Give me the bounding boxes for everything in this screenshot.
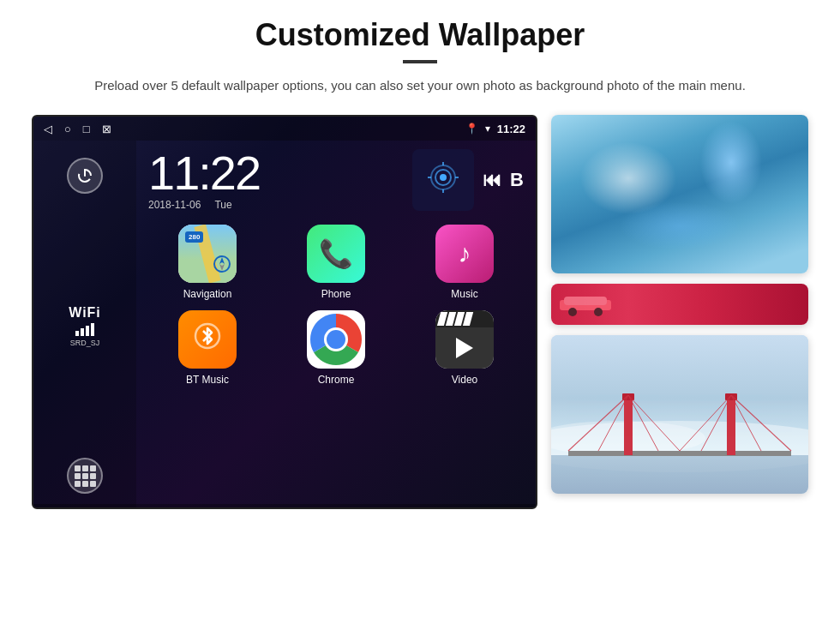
signal-icon	[426, 160, 460, 201]
play-triangle-icon	[456, 338, 473, 358]
page-title: Customized Wallpaper	[255, 17, 585, 53]
nav-map-bg: 280	[178, 225, 237, 283]
android-screen: ◁ ○ □ ⊠ 📍 ▾ 11:22	[32, 115, 537, 509]
svg-rect-17	[564, 297, 607, 305]
wifi-ssid: SRD_SJ	[70, 339, 100, 347]
music-icon: ♪	[459, 239, 471, 268]
clock-date: 2018-11-06 Tue	[148, 199, 232, 211]
svg-rect-25	[624, 395, 633, 455]
recent-icon[interactable]: □	[83, 123, 90, 135]
apps-grid-icon	[75, 465, 96, 487]
app-video[interactable]: Video	[405, 310, 524, 386]
wallpaper-thumbnails	[551, 115, 808, 494]
wifi-info: WiFi SRD_SJ	[69, 305, 101, 347]
app-navigation[interactable]: 280 N	[148, 225, 267, 300]
svg-point-4	[440, 174, 447, 181]
bt-icon-bg	[178, 310, 237, 369]
app-grid: 280 N	[148, 225, 524, 386]
chrome-label: Chrome	[318, 374, 355, 386]
video-label: Video	[452, 374, 477, 386]
grid-dot	[75, 481, 81, 487]
grid-dot	[82, 481, 88, 487]
car-wallpaper-image	[551, 284, 808, 325]
phone-label: Phone	[321, 288, 351, 300]
svg-point-15	[327, 330, 345, 349]
back-icon[interactable]: ◁	[44, 123, 52, 135]
wifi-bar-3	[86, 326, 89, 336]
screen-main: 11:22 2018-11-06 Tue	[136, 141, 536, 507]
svg-rect-23	[551, 455, 808, 494]
wifi-bar-2	[81, 328, 84, 336]
chrome-icon-bg	[307, 310, 365, 369]
clapper-top	[435, 310, 494, 327]
clock-time: 11:22	[148, 149, 260, 197]
car-wallpaper-thumb[interactable]	[551, 284, 808, 325]
phone-icon: 📞	[319, 237, 353, 270]
screen-body: WiFi SRD_SJ	[33, 141, 536, 507]
power-button[interactable]	[67, 158, 103, 194]
app-phone[interactable]: 📞 Phone	[277, 225, 395, 300]
status-bar: ◁ ○ □ ⊠ 📍 ▾ 11:22	[33, 117, 536, 141]
video-icon-bg	[435, 310, 494, 369]
bt-music-label: BT Music	[186, 374, 229, 386]
svg-marker-10	[219, 257, 225, 264]
screen-bottom	[33, 504, 536, 507]
home-icon[interactable]: ○	[64, 123, 71, 135]
screenshot-icon[interactable]: ⊠	[102, 123, 111, 135]
signal-widget	[412, 149, 474, 211]
main-content: ◁ ○ □ ⊠ 📍 ▾ 11:22	[34, 115, 806, 509]
nav-compass-icon	[213, 255, 231, 278]
grid-dot	[90, 481, 96, 487]
page-container: Customized Wallpaper Preload over 5 defa…	[0, 0, 840, 642]
grid-dot	[82, 465, 88, 471]
svg-point-19	[594, 308, 603, 316]
widget-k: ⏮	[483, 169, 501, 191]
clock-widgets: ⏮ B	[412, 149, 524, 211]
svg-marker-11	[219, 264, 225, 271]
ice-wallpaper-image	[551, 115, 808, 273]
music-icon-bg: ♪	[435, 225, 494, 283]
clock-day-value: Tue	[214, 199, 231, 211]
bridge-wallpaper-image	[551, 335, 808, 494]
clapper-bottom	[435, 327, 494, 369]
bridge-wallpaper-thumb[interactable]	[551, 335, 808, 494]
ice-wallpaper-thumb[interactable]	[551, 115, 808, 273]
grid-dot	[75, 465, 81, 471]
clock-info: 11:22 2018-11-06 Tue	[148, 149, 260, 211]
clock-date-value: 2018-11-06	[148, 199, 201, 211]
widget-b: B	[510, 169, 524, 191]
app-bt-music[interactable]: BT Music	[148, 310, 267, 386]
svg-point-18	[568, 308, 577, 316]
bluetooth-icon	[192, 321, 223, 358]
location-icon: 📍	[465, 123, 478, 135]
clapper-stripe	[463, 312, 473, 326]
grid-dot	[75, 473, 81, 479]
title-divider	[403, 60, 437, 63]
ice-shapes	[551, 115, 808, 273]
app-music[interactable]: ♪ Music	[405, 225, 524, 300]
status-bar-right: 📍 ▾ 11:22	[465, 123, 525, 135]
svg-rect-27	[727, 395, 735, 455]
page-description: Preload over 5 default wallpaper options…	[94, 75, 746, 96]
status-bar-left: ◁ ○ □ ⊠	[44, 123, 111, 135]
wifi-label: WiFi	[69, 305, 101, 321]
clock-area: 11:22 2018-11-06 Tue	[148, 149, 524, 211]
navigation-label: Navigation	[183, 288, 232, 300]
grid-dot	[82, 473, 88, 479]
wifi-bar-4	[91, 323, 94, 336]
grid-dot	[90, 465, 96, 471]
widget-letters: ⏮ B	[483, 169, 524, 191]
screen-sidebar: WiFi SRD_SJ	[33, 141, 136, 507]
phone-icon-bg: 📞	[307, 225, 365, 283]
wifi-bar-1	[75, 331, 79, 336]
svg-rect-24	[568, 451, 791, 456]
music-label: Music	[451, 288, 477, 300]
apps-button[interactable]	[67, 458, 103, 494]
wifi-status-icon: ▾	[485, 123, 490, 135]
grid-dot	[90, 473, 96, 479]
status-time: 11:22	[497, 123, 525, 135]
app-chrome[interactable]: Chrome	[277, 310, 395, 386]
wifi-bars	[75, 323, 94, 336]
navigation-icon: 280	[178, 225, 237, 283]
nav-badge: 280	[185, 231, 203, 243]
